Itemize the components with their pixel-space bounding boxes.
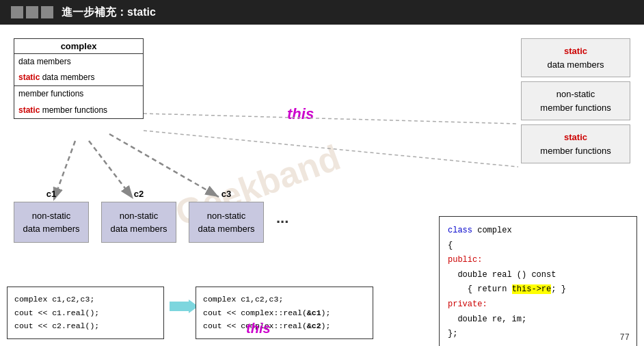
c3-container: c3 non-staticdata members	[189, 189, 264, 243]
header: 進一步補充：static	[0, 0, 644, 25]
code-left-line2: cout << c1.real();	[14, 306, 157, 320]
this-label-top: this	[287, 105, 314, 123]
dots-label: ...	[276, 209, 289, 227]
code-left-line1: complex c1,c2,c3;	[14, 293, 157, 306]
non-static-member-box: non-staticmember functions	[521, 81, 630, 120]
code-box-left: complex c1,c2,c3; cout << c1.real(); cou…	[7, 287, 164, 339]
mid-arrow	[170, 300, 198, 313]
c2-label: c2	[134, 189, 144, 199]
page-title: 進一步補充：static	[62, 5, 156, 20]
code-box-mid: complex c1,c2,c3; cout << complex::real(…	[196, 287, 373, 339]
code-right-line6: private:	[448, 297, 628, 312]
code-right-line8: };	[448, 327, 628, 342]
static-member-box: static member functions	[521, 124, 630, 163]
block3	[41, 6, 53, 18]
block1	[11, 6, 23, 18]
line-to-static-member	[144, 131, 518, 167]
static-member-functions-row: static member functions	[14, 103, 143, 118]
c3-label: c3	[222, 189, 231, 199]
c2-box: non-staticdata members	[101, 202, 176, 243]
code-mid-line1: complex c1,c2,c3;	[203, 293, 366, 306]
static-data-box: static data members	[521, 38, 630, 77]
code-right-line3: public:	[448, 253, 628, 268]
code-mid-line3: cout << complex::real(&c2);	[203, 319, 366, 333]
arrow-to-c3	[109, 134, 219, 197]
code-right-line1: class complex	[448, 224, 628, 239]
static-member-label: member functions	[540, 146, 611, 156]
code-right-line7: double re, im;	[448, 312, 628, 328]
arrow-body	[170, 302, 189, 311]
c1-container: c1 non-staticdata members	[14, 189, 89, 243]
main-content: Geekband complex data members static dat…	[0, 25, 644, 346]
code-right-line2: {	[448, 239, 628, 254]
code-left-line3: cout << c2.real();	[14, 319, 157, 333]
line-to-non-static	[144, 114, 518, 124]
static-data-label: data members	[547, 59, 604, 70]
non-static-label: non-staticmember functions	[540, 89, 611, 113]
this-label-bottom: this	[246, 321, 271, 336]
static-data-members-row: static data members	[14, 70, 143, 85]
c3-box: non-staticdata members	[189, 202, 264, 243]
complex-class-box: complex data members static data members…	[14, 38, 144, 119]
c1-box: non-staticdata members	[14, 202, 89, 243]
code-mid-line2: cout << complex::real(&c1);	[203, 306, 366, 320]
member-functions-row: member functions	[14, 85, 143, 102]
right-panel: static data members non-staticmember fun…	[521, 38, 630, 163]
complex-box-title: complex	[14, 39, 143, 54]
title-text: 進一步補充：static	[62, 6, 156, 18]
c1-label: c1	[46, 189, 56, 199]
code-box-right: class complex { public: double real () c…	[439, 216, 637, 346]
page-number: 77	[620, 331, 630, 346]
block2	[26, 6, 38, 18]
code-right-line4: double real () const	[448, 268, 628, 283]
instance-row: c1 non-staticdata members c2 non-staticd…	[14, 189, 289, 243]
code-right-line5: { return this->re; }	[448, 282, 628, 297]
c2-container: c2 non-staticdata members	[101, 189, 176, 243]
header-icon-blocks	[11, 6, 53, 18]
data-members-row: data members	[14, 54, 143, 70]
